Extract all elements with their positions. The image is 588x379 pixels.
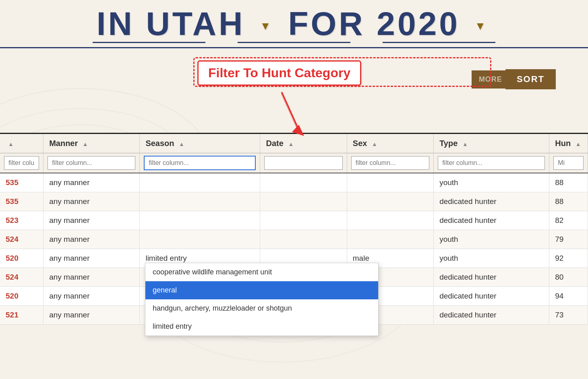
cell-type: dedicated hunter — [434, 287, 549, 306]
cell-season — [140, 173, 260, 192]
sort-arrow-type[interactable]: ▲ — [462, 141, 468, 147]
annotation-area: Filter To Hunt Category MORE SORT — [0, 48, 588, 133]
filter-input-date[interactable] — [264, 156, 342, 170]
dot-separator-2: ▼ — [475, 21, 489, 32]
cell-hun: 80 — [549, 268, 588, 287]
cell-hun: 79 — [549, 230, 588, 249]
cell-date — [260, 211, 347, 230]
column-headers-row: ▲ Manner ▲ Season ▲ Date ▲ Sex ▲ — [0, 134, 588, 153]
cell-manner: any manner — [43, 173, 140, 192]
cell-date — [260, 230, 347, 249]
cell-manner: any manner — [43, 230, 140, 249]
filter-cell-sex — [347, 153, 433, 173]
svg-line-8 — [282, 93, 300, 133]
col-header-season: Season ▲ — [140, 134, 260, 153]
more-label: MORE — [472, 70, 505, 89]
dropdown-option-handgun[interactable]: handgun, archery, muzzleloader or shotgu… — [145, 299, 378, 317]
header-underline — [0, 42, 588, 43]
cell-id: 523 — [0, 211, 43, 230]
filter-input-id[interactable] — [4, 156, 39, 170]
col-header-sex: Sex ▲ — [347, 134, 433, 153]
sort-arrow-manner[interactable]: ▲ — [83, 141, 88, 147]
filter-input-season[interactable] — [144, 156, 256, 170]
sort-button-area: MORE SORT — [472, 69, 556, 89]
cell-hun: 82 — [549, 211, 588, 230]
filter-label-box: Filter To Hunt Category — [197, 60, 361, 86]
sort-button[interactable]: SORT — [505, 69, 556, 89]
cell-season — [140, 230, 260, 249]
cell-sex — [347, 173, 433, 192]
sort-arrow-season[interactable]: ▲ — [179, 141, 184, 147]
filter-cell-date — [260, 153, 347, 173]
page-header: IN UTAH ▼ FOR 2020 ▼ — [0, 0, 588, 48]
cell-manner: any manner — [43, 249, 140, 268]
cell-type: youth — [434, 249, 549, 268]
cell-manner: any manner — [43, 192, 140, 211]
cell-type: dedicated hunter — [434, 192, 549, 211]
filter-cell-hun — [549, 153, 588, 173]
dot-separator-1: ▼ — [260, 21, 273, 32]
cell-hun: 88 — [549, 173, 588, 192]
cell-id: 524 — [0, 230, 43, 249]
col-header-hun: Hun ▲ — [549, 134, 588, 153]
sort-arrow-hun[interactable]: ▲ — [576, 141, 581, 147]
cell-hun: 73 — [549, 306, 588, 325]
cell-hun: 92 — [549, 249, 588, 268]
season-filter-dropdown[interactable]: cooperative wildlife management unit gen… — [145, 263, 379, 336]
cell-type: dedicated hunter — [434, 268, 549, 287]
page-title: IN UTAH ▼ FOR 2020 ▼ — [0, 7, 588, 40]
cell-id: 520 — [0, 249, 43, 268]
filter-input-hun[interactable] — [553, 156, 584, 170]
cell-type: dedicated hunter — [434, 306, 549, 325]
cell-type: youth — [434, 230, 549, 249]
cell-sex — [347, 230, 433, 249]
filter-label-text: Filter To Hunt Category — [208, 66, 350, 80]
cell-id: 535 — [0, 173, 43, 192]
data-table-wrapper: ▲ Manner ▲ Season ▲ Date ▲ Sex ▲ — [0, 133, 588, 325]
filter-cell-manner — [43, 153, 140, 173]
col-header-manner: Manner ▲ — [43, 134, 140, 153]
cell-season — [140, 211, 260, 230]
col-header-date: Date ▲ — [260, 134, 347, 153]
sort-arrow-id[interactable]: ▲ — [8, 141, 14, 147]
filter-cell-type — [434, 153, 549, 173]
dropdown-option-cwmu[interactable]: cooperative wildlife management unit — [145, 263, 378, 281]
cell-date — [260, 192, 347, 211]
cell-hun: 88 — [549, 192, 588, 211]
sort-arrow-date[interactable]: ▲ — [288, 141, 294, 147]
table-row: 523 any manner dedicated hunter 82 — [0, 211, 588, 230]
svg-line-11 — [283, 93, 301, 133]
cell-id: 520 — [0, 287, 43, 306]
cell-date — [260, 173, 347, 192]
cell-id: 521 — [0, 306, 43, 325]
filter-cell-season — [140, 153, 260, 173]
filter-input-sex[interactable] — [351, 156, 429, 170]
cell-id: 535 — [0, 192, 43, 211]
col-header-type: Type ▲ — [434, 134, 549, 153]
cell-manner: any manner — [43, 287, 140, 306]
table-row: 535 any manner dedicated hunter 88 — [0, 192, 588, 211]
cell-manner: any manner — [43, 211, 140, 230]
cell-season — [140, 192, 260, 211]
filter-input-manner[interactable] — [48, 156, 135, 170]
cell-manner: any manner — [43, 306, 140, 325]
cell-manner: any manner — [43, 268, 140, 287]
filter-row — [0, 153, 588, 173]
cell-sex — [347, 192, 433, 211]
cell-type: youth — [434, 173, 549, 192]
table-row: 524 any manner youth 79 — [0, 230, 588, 249]
dropdown-option-general[interactable]: general — [145, 281, 378, 299]
cell-type: dedicated hunter — [434, 211, 549, 230]
cell-sex — [347, 211, 433, 230]
sort-arrow-sex[interactable]: ▲ — [372, 141, 377, 147]
cell-id: 524 — [0, 268, 43, 287]
filter-input-type[interactable] — [438, 156, 545, 170]
table-row: 535 any manner youth 88 — [0, 173, 588, 192]
svg-line-10 — [281, 93, 299, 134]
cell-hun: 94 — [549, 287, 588, 306]
col-header-id: ▲ — [0, 134, 43, 153]
dropdown-option-limited[interactable]: limited entry — [145, 317, 378, 336]
filter-cell-id — [0, 153, 43, 173]
